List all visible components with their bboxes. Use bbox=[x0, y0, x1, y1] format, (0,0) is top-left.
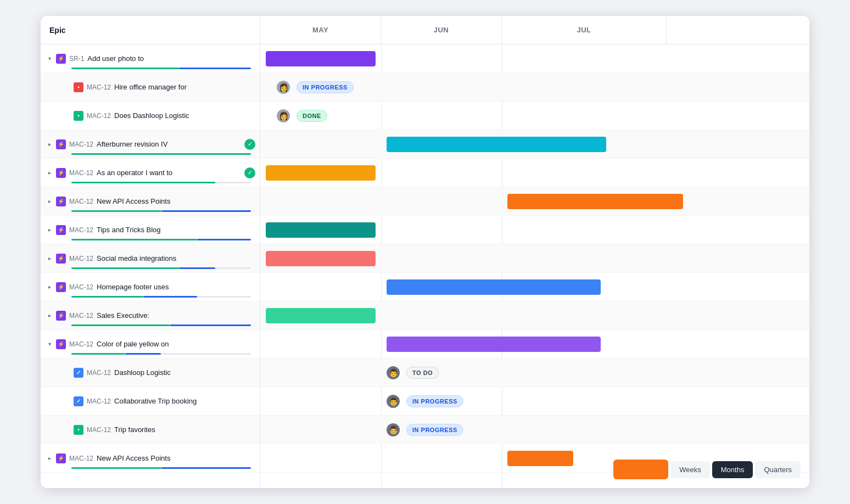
left-row: ▸⚡MAC-12New API Access Points bbox=[41, 187, 260, 216]
progress-bar-container bbox=[71, 353, 251, 355]
quarters-button[interactable]: Quarters bbox=[755, 461, 801, 478]
row-title: Dashloop Logistic bbox=[114, 368, 255, 377]
orange-indicator bbox=[613, 460, 668, 479]
row-icon: ⚡ bbox=[56, 311, 66, 321]
gantt-bar[interactable] bbox=[266, 165, 376, 181]
gantt-bar[interactable] bbox=[507, 194, 683, 209]
left-row: ▸⚡MAC-12Homepage footer uses bbox=[41, 273, 260, 301]
progress-bar-container bbox=[71, 153, 251, 155]
progress-fill-blue bbox=[179, 68, 251, 69]
gantt-bar[interactable] bbox=[266, 251, 376, 266]
progress-bar-container bbox=[71, 467, 251, 469]
progress-bar-container bbox=[71, 239, 251, 240]
progress-bar-container bbox=[71, 182, 251, 183]
progress-fill-green bbox=[71, 182, 215, 183]
expand-button[interactable]: ▸ bbox=[45, 254, 54, 263]
progress-fill-green bbox=[71, 467, 161, 469]
gantt-bar[interactable] bbox=[266, 222, 376, 238]
row-title: Sales Executive: bbox=[97, 311, 255, 320]
progress-fill-blue bbox=[143, 296, 197, 298]
progress-fill-green bbox=[71, 296, 143, 298]
left-row: ▪MAC-12Hire office manager for bbox=[41, 73, 260, 102]
status-group: 👨IN PROGRESS bbox=[387, 395, 463, 408]
status-chip: TO DO bbox=[406, 367, 439, 379]
left-row: ▪MAC-12Trip favorites bbox=[41, 416, 260, 444]
gantt-bar[interactable] bbox=[387, 137, 606, 152]
avatar: 👩 bbox=[277, 81, 290, 94]
row-id: MAC-12 bbox=[69, 312, 93, 320]
row-icon: ▪ bbox=[74, 82, 83, 92]
right-panel: MAY JUN JUL 👩IN PROGRESS👩DONE👨TO DO👨IN P… bbox=[260, 16, 809, 488]
row-icon: ▪ bbox=[74, 425, 83, 435]
expand-button[interactable]: ▸ bbox=[45, 226, 54, 234]
gantt-row bbox=[260, 130, 809, 159]
month-jun: JUN bbox=[381, 16, 502, 44]
row-id: MAC-12 bbox=[87, 112, 111, 120]
gantt-row bbox=[260, 244, 809, 273]
row-icon: ✓ bbox=[74, 396, 83, 406]
row-title: New API Access Points bbox=[97, 454, 255, 462]
left-row: ✓MAC-12Dashloop Logistic bbox=[41, 359, 260, 387]
gantt-header: MAY JUN JUL bbox=[260, 16, 809, 44]
row-icon: ⚡ bbox=[56, 282, 66, 292]
row-id: MAC-12 bbox=[69, 255, 93, 262]
gantt-row bbox=[260, 187, 809, 216]
expand-button[interactable]: ▸ bbox=[45, 454, 54, 463]
status-group: 👨IN PROGRESS bbox=[387, 423, 463, 436]
row-icon: ⚡ bbox=[56, 225, 66, 235]
row-icon: ▪ bbox=[74, 111, 83, 121]
gantt-bar[interactable] bbox=[266, 308, 376, 323]
left-row: ▾⚡SR-1Add user photo to bbox=[41, 44, 260, 73]
progress-fill-blue bbox=[125, 353, 161, 355]
gantt-row bbox=[260, 301, 809, 330]
expand-button[interactable]: ▾ bbox=[45, 340, 54, 349]
left-row: ✓MAC-12Collaborative Trip booking bbox=[41, 387, 260, 416]
gantt-bar[interactable] bbox=[387, 337, 601, 352]
left-row: ▸⚡MAC-12As an operator I want to✓ bbox=[41, 159, 260, 187]
expand-button[interactable]: ▸ bbox=[45, 311, 54, 320]
status-chip: DONE bbox=[297, 110, 327, 122]
expand-button[interactable]: ▸ bbox=[45, 140, 54, 149]
gantt-bar[interactable] bbox=[387, 279, 601, 295]
row-id: MAC-12 bbox=[69, 226, 93, 234]
expand-button[interactable]: ▸ bbox=[45, 283, 54, 292]
progress-fill-green bbox=[71, 210, 161, 212]
row-title: Color of pale yellow on bbox=[97, 340, 255, 348]
row-title: Hire office manager for bbox=[114, 83, 255, 91]
row-icon: ⚡ bbox=[56, 139, 66, 149]
row-title: Social media integrations bbox=[97, 254, 255, 262]
app-container: Epic ▾⚡SR-1Add user photo to▪MAC-12Hire … bbox=[41, 16, 809, 488]
gantt-row: 👨IN PROGRESS bbox=[260, 416, 809, 444]
expand-button[interactable]: ▸ bbox=[45, 197, 54, 206]
row-id: MAC-12 bbox=[87, 426, 111, 434]
row-id: MAC-12 bbox=[69, 141, 93, 148]
gantt-bar[interactable] bbox=[507, 451, 573, 466]
row-icon: ⚡ bbox=[56, 339, 66, 349]
gantt-row bbox=[260, 159, 809, 187]
months-button[interactable]: Months bbox=[712, 461, 753, 478]
left-row: ▪MAC-12Does Dashloop Logistic bbox=[41, 102, 260, 130]
progress-fill-green bbox=[71, 267, 179, 269]
row-id: MAC-12 bbox=[69, 169, 93, 177]
weeks-button[interactable]: Weeks bbox=[670, 461, 710, 478]
expand-button[interactable]: ▸ bbox=[45, 169, 54, 177]
row-icon: ⚡ bbox=[56, 254, 66, 264]
left-row: ▸⚡MAC-12Tips and Tricks Blog bbox=[41, 216, 260, 244]
gantt-row bbox=[260, 273, 809, 301]
row-id: MAC-12 bbox=[87, 397, 111, 405]
row-id: SR-1 bbox=[69, 55, 84, 63]
progress-bar-container bbox=[71, 210, 251, 212]
expand-button[interactable]: ▾ bbox=[45, 54, 54, 63]
month-may: MAY bbox=[260, 16, 381, 44]
progress-fill-blue bbox=[197, 239, 251, 240]
month-jul: JUL bbox=[502, 16, 667, 44]
gantt-bar[interactable] bbox=[266, 51, 376, 66]
progress-fill-blue bbox=[161, 467, 251, 469]
row-title: Add user photo to bbox=[87, 54, 255, 63]
progress-fill-blue bbox=[179, 267, 215, 269]
row-id: MAC-12 bbox=[69, 455, 93, 462]
avatar: 👨 bbox=[387, 395, 400, 408]
progress-bar-container bbox=[71, 267, 251, 269]
avatar: 👨 bbox=[387, 423, 400, 436]
row-title: Tips and Tricks Blog bbox=[97, 226, 255, 234]
